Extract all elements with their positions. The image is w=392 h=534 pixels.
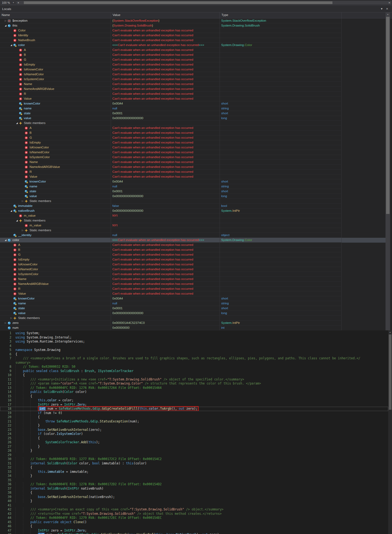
expand-arrow-icon[interactable]: ▷ <box>4 321 7 325</box>
locals-row[interactable]: knownColor0x00A4short <box>0 296 386 301</box>
expand-arrow-icon[interactable]: ▷ <box>21 199 24 203</box>
collapse-arrow-icon[interactable]: ◢ <box>4 238 7 242</box>
locals-row[interactable]: value0x0000000000000000long <box>0 116 386 121</box>
variable-name: IsKnownColor <box>29 145 49 150</box>
locals-row[interactable]: NameCan't evaluate when an unhandled exc… <box>0 277 386 282</box>
scroll-left-icon[interactable]: ◀ <box>16 2 20 4</box>
locals-row[interactable]: ◢nativeBrush0x0000000000000000System.Int… <box>0 209 386 213</box>
locals-row[interactable]: GCan't evaluate when an unhandled except… <box>0 57 386 62</box>
locals-row[interactable]: IsEmptyCan't evaluate when an unhandled … <box>0 62 386 67</box>
variable-type <box>220 53 342 57</box>
horizontal-scrollbar[interactable]: ◀ ▶ <box>16 1 391 5</box>
locals-row[interactable]: IsSystemColorCan't evaluate when an unha… <box>0 77 386 82</box>
locals-row[interactable]: RCan't evaluate when an unhandled except… <box>0 92 386 96</box>
locals-row[interactable]: ◢Static members <box>0 218 386 223</box>
panel-menu-button[interactable]: ▼ <box>379 7 384 10</box>
expand-arrow-icon[interactable]: ▷ <box>9 316 13 320</box>
editor-scroll-thumb[interactable] <box>389 334 391 410</box>
zoom-select[interactable]: 100 % ▼ <box>1 1 16 5</box>
locals-row[interactable]: ◢Static members <box>0 121 386 126</box>
horizontal-scroll-track[interactable] <box>20 1 388 5</box>
expand-arrow-icon[interactable]: ▷ <box>4 18 7 23</box>
panel-close-button[interactable]: ✕ <box>384 7 390 10</box>
locals-row[interactable]: NameAndARGBValueCan't evaluate when an u… <box>0 165 386 170</box>
locals-row[interactable]: BCan't evaluate when an unhandled except… <box>0 131 386 135</box>
locals-row[interactable]: IsKnownColorCan't evaluate when an unhan… <box>0 262 386 267</box>
locals-row[interactable]: NameAndARGBValueCan't evaluate when an u… <box>0 87 386 92</box>
locals-row[interactable]: ACan't evaluate when an unhandled except… <box>0 243 386 248</box>
horizontal-scroll-thumb[interactable] <box>24 1 333 4</box>
locals-row[interactable]: IsKnownColorCan't evaluate when an unhan… <box>0 145 386 150</box>
scroll-right-icon[interactable]: ▶ <box>388 2 391 4</box>
locals-row[interactable]: ◢color<<<Can't evaluate when an unhandle… <box>0 238 386 243</box>
locals-row[interactable]: IsKnownColorCan't evaluate when an unhan… <box>0 67 386 72</box>
locals-row[interactable]: IsSystemColorCan't evaluate when an unha… <box>0 155 386 160</box>
expand-arrow-icon[interactable]: ▷ <box>21 228 24 233</box>
locals-row[interactable]: ▷Static members <box>0 316 386 321</box>
locals-row[interactable]: immutablefalsebool <box>0 204 386 209</box>
collapse-arrow-icon[interactable]: ◢ <box>4 23 7 28</box>
locals-row[interactable]: state0x0001short <box>0 111 386 116</box>
collapse-arrow-icon[interactable]: ◢ <box>9 209 13 213</box>
locals-row[interactable]: GCan't evaluate when an unhandled except… <box>0 252 386 257</box>
column-header-name[interactable]: Name <box>0 12 111 18</box>
locals-row[interactable]: ▷zero0x000001A4C52374C0System.IntPtr <box>0 321 386 325</box>
locals-vertical-scrollbar[interactable]: ▲ <box>386 12 390 330</box>
locals-row[interactable]: ◢this{System.Drawing.SolidBrush}System.D… <box>0 23 386 28</box>
locals-row[interactable]: IsSystemColorCan't evaluate when an unha… <box>0 272 386 277</box>
locals-row[interactable]: NameAndARGBValueCan't evaluate when an u… <box>0 282 386 286</box>
locals-row[interactable]: GCan't evaluate when an unhandled except… <box>0 135 386 140</box>
locals-row[interactable]: ValueCan't evaluate when an unhandled ex… <box>0 291 386 296</box>
locals-row[interactable]: NativeBrushCan't evaluate when an unhand… <box>0 38 386 43</box>
locals-row[interactable]: namenullstring <box>0 301 386 306</box>
zoom-level: 100 % <box>2 1 10 4</box>
collapse-arrow-icon[interactable]: ◢ <box>15 218 19 223</box>
column-header-value[interactable]: Value <box>111 12 220 18</box>
editor-vertical-scrollbar[interactable]: ▲ <box>388 330 392 534</box>
locals-row[interactable]: state0x0001short <box>0 306 386 311</box>
locals-row[interactable]: NameCan't evaluate when an unhandled exc… <box>0 82 386 87</box>
locals-row[interactable]: ACan't evaluate when an unhandled except… <box>0 48 386 53</box>
locals-row[interactable]: knownColor0x00A4short <box>0 179 386 184</box>
locals-row[interactable]: value0x0000000000000000long <box>0 311 386 316</box>
locals-row[interactable]: ValueCan't evaluate when an unhandled ex… <box>0 174 386 179</box>
collapse-arrow-icon[interactable]: ◢ <box>9 43 13 47</box>
locals-row[interactable]: __identitynullobject <box>0 233 386 238</box>
locals-row[interactable]: ColorCan't evaluate when an unhandled ex… <box>0 28 386 33</box>
variable-value: Can't evaluate when an unhandled excepti… <box>111 57 220 62</box>
code-editor[interactable]: 1using System;2using System.Drawing.Inte… <box>0 330 392 534</box>
locals-row[interactable]: knownColor0x00A4short <box>0 101 386 106</box>
locals-row[interactable]: ◢color<<<Can't evaluate when an unhandle… <box>0 43 386 48</box>
locals-row[interactable]: ▷Static members <box>0 228 386 233</box>
locals-row[interactable]: namenullstring <box>0 106 386 111</box>
locals-row[interactable]: state0x0001short <box>0 189 386 194</box>
locals-row[interactable]: BCan't evaluate when an unhandled except… <box>0 248 386 252</box>
collapse-arrow-icon[interactable]: ◢ <box>15 121 19 125</box>
locals-row[interactable]: namenullstring <box>0 184 386 189</box>
locals-row[interactable]: IsEmptyCan't evaluate when an unhandled … <box>0 257 386 262</box>
locals-row[interactable]: IsNamedColorCan't evaluate when an unhan… <box>0 267 386 272</box>
locals-row[interactable]: value0x0000000000000000long <box>0 194 386 199</box>
locals-row[interactable]: IsEmptyCan't evaluate when an unhandled … <box>0 140 386 145</box>
locals-row[interactable]: IsNamedColorCan't evaluate when an unhan… <box>0 72 386 77</box>
column-header-type[interactable]: Type <box>220 12 342 18</box>
locals-row[interactable]: ▷$exception{System.StackOverflowExceptio… <box>0 18 386 23</box>
locals-scroll-thumb[interactable] <box>386 17 390 214</box>
locals-row[interactable]: ACan't evaluate when an unhandled except… <box>0 126 386 131</box>
locals-row[interactable]: num0x00000000int <box>0 325 386 330</box>
locals-row[interactable]: m_valueNYI <box>0 213 386 218</box>
scroll-up-icon[interactable]: ▲ <box>386 12 390 16</box>
locals-row[interactable]: IsNamedColorCan't evaluate when an unhan… <box>0 150 386 155</box>
locals-row[interactable]: RCan't evaluate when an unhandled except… <box>0 286 386 291</box>
error-icon <box>24 126 29 130</box>
scroll-up-icon[interactable]: ▲ <box>388 330 392 334</box>
locals-row[interactable]: ValueCan't evaluate when an unhandled ex… <box>0 96 386 101</box>
locals-row[interactable]: IdentityCan't evaluate when an unhandled… <box>0 33 386 38</box>
locals-row[interactable]: NameCan't evaluate when an unhandled exc… <box>0 160 386 165</box>
code-text: /// <summary>Creates an exact copy of th… <box>15 507 362 512</box>
locals-row[interactable]: ▷Static members <box>0 199 386 204</box>
locals-row[interactable]: RCan't evaluate when an unhandled except… <box>0 170 386 174</box>
locals-row[interactable]: BCan't evaluate when an unhandled except… <box>0 53 386 57</box>
locals-row[interactable]: m_valueNYI <box>0 223 386 228</box>
indent-guide <box>23 487 31 490</box>
